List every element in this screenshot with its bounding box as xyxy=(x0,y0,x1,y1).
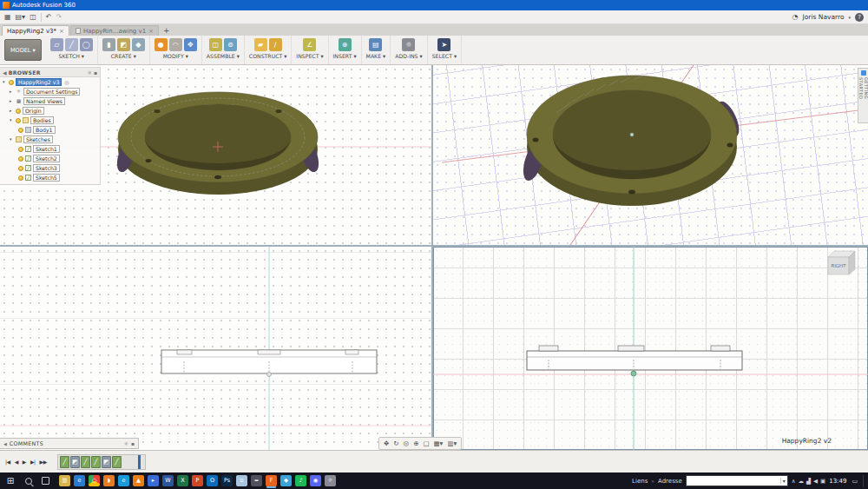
new-tab-button[interactable]: + xyxy=(160,25,174,36)
select-icon[interactable]: ➤ xyxy=(437,38,450,51)
file-explorer-icon[interactable]: ▥ xyxy=(59,475,70,486)
extrude2-feature-icon[interactable]: ◩ xyxy=(102,456,111,468)
redo-icon[interactable]: ↷ xyxy=(56,14,62,21)
revolve-icon[interactable]: ◆ xyxy=(132,38,145,51)
display-settings-icon[interactable]: ▦▾ xyxy=(432,439,445,447)
getting-started-tab[interactable]: GETTING STARTED xyxy=(858,68,868,123)
create-sketch-icon[interactable]: ▱ xyxy=(50,38,63,51)
slicer-icon[interactable]: ◆ xyxy=(280,475,292,486)
insert-icon[interactable]: ⊕ xyxy=(339,38,352,51)
collapse-panel-icon[interactable]: ◀ xyxy=(3,69,7,76)
media-player-icon[interactable]: ▸ xyxy=(148,475,159,486)
expand-arrow-icon[interactable]: ▾ xyxy=(3,80,7,84)
sketch2-feature-icon[interactable]: ╱ xyxy=(81,456,90,468)
calculator-icon[interactable]: = xyxy=(251,475,262,486)
viewport-vertical-divider[interactable] xyxy=(431,65,433,450)
network-icon[interactable]: ▟ xyxy=(806,478,811,485)
line-tool-icon[interactable]: ╱ xyxy=(65,38,78,51)
browser-item-sketch3[interactable]: ╱ Sketch3 xyxy=(0,163,100,173)
print-3d-icon[interactable]: ▤ xyxy=(369,38,382,51)
show-desktop-button[interactable] xyxy=(863,475,865,487)
expand-arrow-icon[interactable]: ▸ xyxy=(10,109,14,113)
close-tab-icon[interactable]: × xyxy=(148,28,154,35)
edge-icon[interactable]: e xyxy=(118,475,129,486)
new-body-icon[interactable]: ▮ xyxy=(102,38,115,51)
links-toolbar-label[interactable]: Liens xyxy=(632,478,648,485)
onedrive-icon[interactable]: ☁ xyxy=(799,478,805,485)
joint-icon[interactable]: ⊚ xyxy=(224,38,237,51)
search-icon[interactable] xyxy=(25,478,32,485)
visibility-bulb-icon[interactable] xyxy=(18,175,23,181)
construction-axis-icon[interactable]: ∕ xyxy=(269,38,282,51)
ribbon-group-label[interactable]: SELECT ▾ xyxy=(432,53,457,59)
user-menu-caret-icon[interactable]: ▾ xyxy=(848,15,851,20)
ribbon-group-label[interactable]: SKETCH ▾ xyxy=(59,53,84,59)
pan-icon[interactable]: ✥ xyxy=(382,439,391,447)
close-tab-icon[interactable]: × xyxy=(59,28,64,35)
go-to-end-button[interactable]: ▶▶ xyxy=(38,459,49,465)
expand-arrow-icon[interactable]: ▾ xyxy=(10,118,14,122)
look-at-icon[interactable]: ◎ xyxy=(402,439,411,447)
orbit-icon[interactable]: ↻ xyxy=(391,439,400,447)
view-cube-face-label[interactable]: RIGHT xyxy=(831,263,846,268)
app-grid-icon[interactable]: ▦ xyxy=(4,14,11,21)
timeline-position-marker[interactable] xyxy=(138,455,141,469)
volume-icon[interactable]: ◀ xyxy=(813,478,818,485)
notification-center-icon[interactable]: ▭ xyxy=(850,478,859,485)
pin-icon[interactable]: ▪ xyxy=(94,69,97,76)
task-view-icon[interactable] xyxy=(42,477,49,485)
chrome-icon[interactable]: ○ xyxy=(89,475,100,486)
visibility-bulb-icon[interactable] xyxy=(16,109,21,114)
measure-icon[interactable]: ∠ xyxy=(303,38,316,51)
gear-icon[interactable]: ☼ xyxy=(124,440,128,446)
start-button[interactable]: ⊞ xyxy=(3,477,18,486)
ribbon-group-label[interactable]: INSERT ▾ xyxy=(333,53,357,59)
offset-plane-icon[interactable]: ▰ xyxy=(254,38,267,51)
fusion360-icon[interactable]: F xyxy=(266,475,277,486)
clock-icon[interactable]: ◔ xyxy=(792,14,799,21)
browser-item-bodies[interactable]: ▾ Bodies xyxy=(0,116,100,125)
tab-happyring-drawing[interactable]: HappyRin...awing v1 × xyxy=(70,25,159,36)
excel-icon[interactable]: X xyxy=(177,475,188,486)
powerpoint-icon[interactable]: P xyxy=(192,475,203,486)
scripts-addins-icon[interactable]: ☼ xyxy=(402,38,415,51)
taskbar-clock[interactable]: 13:49 xyxy=(829,478,846,485)
collapse-panel-icon[interactable]: ◀ xyxy=(3,441,7,446)
expand-arrow-icon[interactable]: ▸ xyxy=(10,89,14,94)
discord-icon[interactable]: ◉ xyxy=(310,475,321,486)
outlook-icon[interactable]: O xyxy=(207,475,218,486)
user-menu[interactable]: Joris Navarro xyxy=(803,13,845,21)
vlc-icon[interactable]: ▲ xyxy=(133,475,144,486)
viewport-top-right[interactable] xyxy=(433,65,868,245)
fit-icon[interactable]: ▢ xyxy=(421,439,431,447)
new-component-icon[interactable]: ◫ xyxy=(209,38,222,51)
timeline-track[interactable]: ╱◩╱╱◩╱ xyxy=(57,454,146,470)
file-menu-icon[interactable]: ▤▾ xyxy=(16,14,26,21)
expand-arrow-icon[interactable]: ▾ xyxy=(10,137,14,142)
browser-item-sketch2[interactable]: ╱ Sketch2 xyxy=(0,154,100,163)
browser-item-origin[interactable]: ▸ Origin xyxy=(0,106,100,116)
expand-arrow-icon[interactable]: ▸ xyxy=(10,99,14,103)
viewport-horizontal-divider[interactable] xyxy=(0,245,868,247)
ribbon-group-label[interactable]: MODIFY ▾ xyxy=(163,53,188,59)
viewport-bottom-left[interactable] xyxy=(0,247,431,450)
viewport-bottom-right[interactable]: RIGHT HappyRing2 v2 xyxy=(433,247,868,450)
browser-item-named-views[interactable]: ▸ ▦ Named Views xyxy=(0,96,100,106)
word-icon[interactable]: W xyxy=(162,475,174,486)
browser-item-sketch1[interactable]: ╱ Sketch1 xyxy=(0,144,100,154)
firefox-icon[interactable]: ◗ xyxy=(103,475,115,486)
ribbon-group-label[interactable]: CREATE ▾ xyxy=(111,53,136,59)
browser-item-body1[interactable]: Body1 xyxy=(0,125,100,135)
browser-item-sketch5[interactable]: ╱ Sketch5 xyxy=(0,173,100,182)
comments-panel[interactable]: ◀ COMMENTS ☼ ▪ xyxy=(0,438,139,449)
photoshop-icon[interactable]: Ps xyxy=(221,475,233,486)
undo-icon[interactable]: ↶ xyxy=(46,14,52,21)
tab-happyring2-v3[interactable]: HappyRing2 v3* × xyxy=(2,25,69,36)
visibility-bulb-icon[interactable] xyxy=(16,118,21,123)
move-icon[interactable]: ✥ xyxy=(184,38,197,51)
visibility-bulb-icon[interactable] xyxy=(18,156,23,162)
tray-chevron-up-icon[interactable]: ∧ xyxy=(792,478,796,485)
extrude1-feature-icon[interactable]: ◩ xyxy=(70,456,80,468)
step-forward-button[interactable]: ▶| xyxy=(29,459,37,465)
step-back-button[interactable]: ◀ xyxy=(13,459,20,465)
